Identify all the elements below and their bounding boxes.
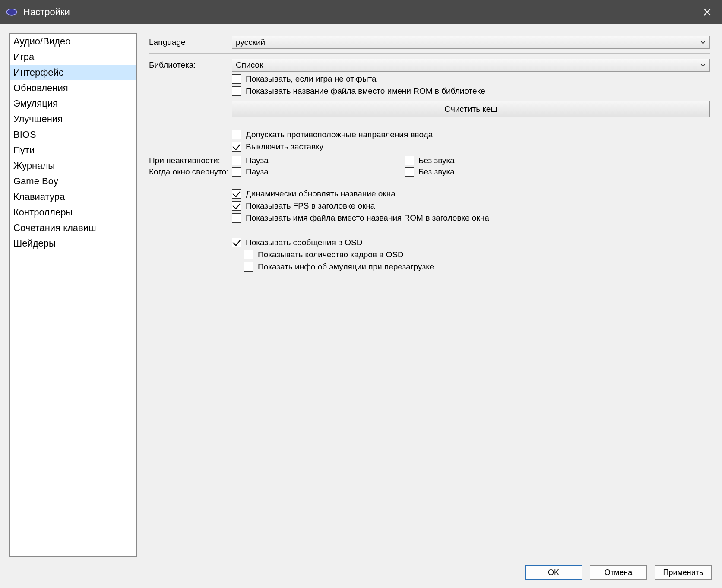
minimized-mute-checkbox[interactable] [405, 167, 414, 177]
divider [149, 230, 710, 230]
divider [149, 181, 710, 181]
show-filename-title-label: Показывать имя файла вместо названия ROM… [246, 213, 489, 223]
disable-screensaver-checkbox[interactable] [232, 142, 241, 152]
sidebar-item[interactable]: Клавиатура [10, 189, 136, 205]
inactive-mute-checkbox[interactable] [405, 156, 414, 165]
on-minimized-label: Когда окно свернуто: [149, 167, 232, 177]
show-filename-title-checkbox[interactable] [232, 213, 241, 223]
show-if-no-game-label: Показывать, если игра не открыта [246, 74, 377, 84]
sidebar-item[interactable]: Улучшения [10, 111, 136, 127]
inactive-pause-checkbox[interactable] [232, 156, 241, 165]
sidebar-item[interactable]: Контроллеры [10, 205, 136, 220]
language-value: русский [236, 38, 265, 47]
ok-button[interactable]: OK [525, 565, 582, 580]
sidebar-item[interactable]: Журналы [10, 158, 136, 174]
apply-button[interactable]: Применить [655, 565, 712, 580]
sidebar-item[interactable]: Шейдеры [10, 236, 136, 251]
cancel-button[interactable]: Отмена [590, 565, 647, 580]
sidebar-item[interactable]: Game Boy [10, 174, 136, 189]
chevron-down-icon [700, 39, 706, 45]
disable-screensaver-label: Выключить заставку [246, 142, 323, 152]
opposing-input-checkbox[interactable] [232, 130, 241, 139]
settings-panel: Language русский Библиотека: Список Пока… [149, 33, 712, 557]
category-sidebar: Аудио/ВидеоИграИнтерфейсОбновленияЭмуляц… [10, 33, 137, 557]
close-button[interactable] [699, 3, 716, 21]
svg-point-0 [6, 9, 17, 15]
divider [149, 53, 710, 54]
title-bar: Настройки [0, 0, 722, 24]
sidebar-item[interactable]: Пути [10, 142, 136, 158]
show-fps-title-checkbox[interactable] [232, 201, 241, 211]
on-inactive-label: При неактивности: [149, 156, 232, 165]
show-if-no-game-checkbox[interactable] [232, 74, 241, 84]
opposing-input-label: Допускать противоположные направления вв… [246, 130, 433, 139]
language-dropdown[interactable]: русский [232, 36, 710, 49]
minimized-pause-label: Пауза [246, 167, 269, 177]
sidebar-item[interactable]: Игра [10, 49, 136, 65]
library-dropdown[interactable]: Список [232, 59, 710, 72]
minimized-pause-checkbox[interactable] [232, 167, 241, 177]
dynamic-title-label: Динамически обновлять название окна [246, 189, 396, 199]
window-title: Настройки [23, 6, 70, 18]
sidebar-item[interactable]: Аудио/Видео [10, 34, 136, 49]
osd-emu-info-reset-checkbox[interactable] [244, 262, 253, 272]
chevron-down-icon [700, 62, 706, 68]
sidebar-item[interactable]: Сочетания клавиш [10, 220, 136, 236]
dialog-footer: OK Отмена Применить [0, 557, 722, 588]
inactive-mute-label: Без звука [418, 156, 455, 165]
dynamic-title-checkbox[interactable] [232, 189, 241, 199]
osd-emu-info-reset-label: Показать инфо об эмуляции при перезагруз… [258, 262, 434, 272]
sidebar-item[interactable]: Интерфейс [10, 65, 136, 80]
clear-cache-button[interactable]: Очистить кеш [232, 101, 710, 117]
sidebar-item[interactable]: BIOS [10, 127, 136, 142]
osd-frame-count-label: Показывать количество кадров в OSD [258, 250, 404, 259]
app-icon [6, 8, 17, 16]
minimized-mute-label: Без звука [418, 167, 455, 177]
show-filename-lib-label: Показывать название файла вместо имени R… [246, 86, 485, 96]
show-fps-title-label: Показывать FPS в заголовке окна [246, 201, 375, 211]
divider [149, 122, 710, 122]
close-icon [703, 8, 712, 16]
language-label: Language [149, 38, 232, 47]
osd-messages-checkbox[interactable] [232, 238, 241, 247]
osd-messages-label: Показывать сообщения в OSD [246, 238, 363, 247]
inactive-pause-label: Пауза [246, 156, 269, 165]
sidebar-item[interactable]: Обновления [10, 80, 136, 96]
library-label: Библиотека: [149, 59, 232, 70]
osd-frame-count-checkbox[interactable] [244, 250, 253, 259]
sidebar-item[interactable]: Эмуляция [10, 96, 136, 111]
show-filename-lib-checkbox[interactable] [232, 86, 241, 96]
library-value: Список [236, 60, 263, 70]
